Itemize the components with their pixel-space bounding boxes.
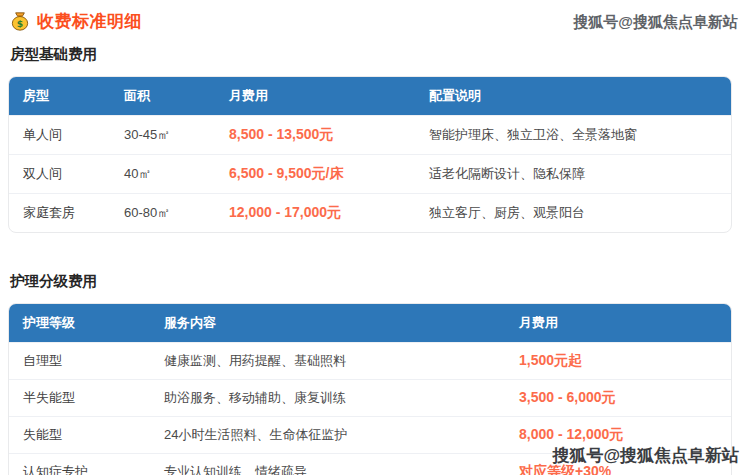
room-type-cell: 家庭套房 xyxy=(9,193,110,232)
fee-cell: 3,500 - 6,000元 xyxy=(505,379,731,416)
section-title-room: 房型基础费用 xyxy=(10,45,732,64)
page: $ 收费标准明细 房型基础费用 房型 面积 月费用 配置说明 单人间 30-45… xyxy=(0,10,740,475)
fee-cell: 6,500 - 9,500元/床 xyxy=(215,154,415,193)
moneybag-icon: $ xyxy=(10,11,30,31)
svg-text:$: $ xyxy=(17,18,23,29)
area-cell: 60-80㎡ xyxy=(110,193,215,232)
care-level-cell: 自理型 xyxy=(9,342,150,379)
col-header-monthly-fee: 月费用 xyxy=(215,77,415,115)
col-header-monthly-fee: 月费用 xyxy=(505,304,731,342)
table-row: 双人间 40㎡ 6,500 - 9,500元/床 适老化隔断设计、隐私保障 xyxy=(9,154,731,193)
config-cell: 适老化隔断设计、隐私保障 xyxy=(415,154,731,193)
sohu-watermark-top: 搜狐号@搜狐焦点阜新站 xyxy=(573,13,738,32)
room-fee-table-card: 房型 面积 月费用 配置说明 单人间 30-45㎡ 8,500 - 13,500… xyxy=(8,76,732,233)
col-header-care-level: 护理等级 xyxy=(9,304,150,342)
table-row: 家庭套房 60-80㎡ 12,000 - 17,000元 独立客厅、厨房、观景阳… xyxy=(9,193,731,232)
care-level-cell: 半失能型 xyxy=(9,379,150,416)
fee-cell: 1,500元起 xyxy=(505,342,731,379)
room-type-cell: 单人间 xyxy=(9,115,110,154)
table-header-row: 房型 面积 月费用 配置说明 xyxy=(9,77,731,115)
room-fee-table: 房型 面积 月费用 配置说明 单人间 30-45㎡ 8,500 - 13,500… xyxy=(9,77,731,232)
table-row: 单人间 30-45㎡ 8,500 - 13,500元 智能护理床、独立卫浴、全景… xyxy=(9,115,731,154)
services-cell: 助浴服务、移动辅助、康复训练 xyxy=(150,379,505,416)
services-cell: 健康监测、用药提醒、基础照料 xyxy=(150,342,505,379)
area-cell: 30-45㎡ xyxy=(110,115,215,154)
col-header-services: 服务内容 xyxy=(150,304,505,342)
section-title-care: 护理分级费用 xyxy=(10,272,732,291)
area-cell: 40㎡ xyxy=(110,154,215,193)
fee-cell: 12,000 - 17,000元 xyxy=(215,193,415,232)
table-row: 自理型 健康监测、用药提醒、基础照料 1,500元起 xyxy=(9,342,731,379)
config-cell: 智能护理床、独立卫浴、全景落地窗 xyxy=(415,115,731,154)
care-level-cell: 认知症专护 xyxy=(9,453,150,475)
fee-cell: 8,500 - 13,500元 xyxy=(215,115,415,154)
col-header-config: 配置说明 xyxy=(415,77,731,115)
table-row: 半失能型 助浴服务、移动辅助、康复训练 3,500 - 6,000元 xyxy=(9,379,731,416)
table-header-row: 护理等级 服务内容 月费用 xyxy=(9,304,731,342)
care-level-cell: 失能型 xyxy=(9,416,150,453)
config-cell: 独立客厅、厨房、观景阳台 xyxy=(415,193,731,232)
col-header-area: 面积 xyxy=(110,77,215,115)
page-title: 收费标准明细 xyxy=(37,10,142,33)
sohu-watermark-bottom: 搜狐号@搜狐焦点阜新站 xyxy=(552,444,739,467)
services-cell: 24小时生活照料、生命体征监护 xyxy=(150,416,505,453)
room-type-cell: 双人间 xyxy=(9,154,110,193)
col-header-room-type: 房型 xyxy=(9,77,110,115)
services-cell: 专业认知训练、情绪疏导 xyxy=(150,453,505,475)
